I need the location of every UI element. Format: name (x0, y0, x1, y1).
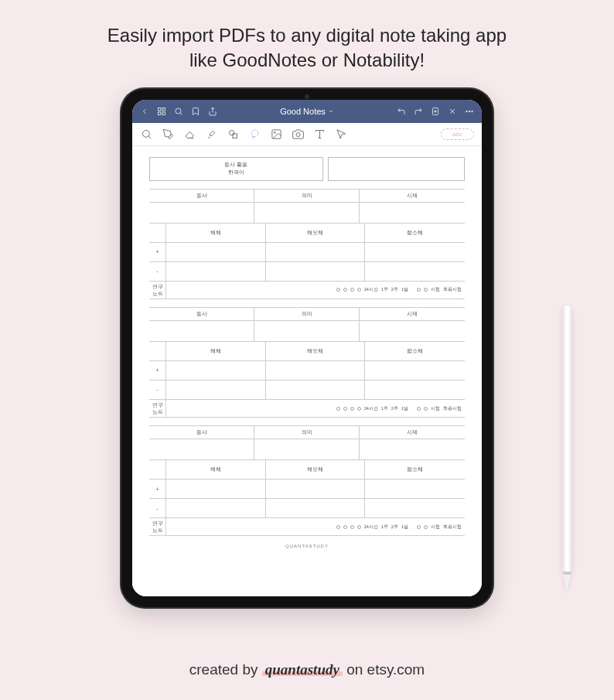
col-meaning-header: 의미 (254, 190, 360, 202)
svg-rect-0 (159, 108, 162, 111)
svg-line-5 (180, 113, 182, 114)
marketing-headline: Easily import PDFs to any digital note t… (0, 0, 614, 89)
chevron-down-icon (328, 108, 334, 114)
svg-point-13 (469, 111, 470, 112)
row-minus: - (149, 262, 166, 281)
verb-section-2: 동사 의미 시제 해체 해요체 합쇼체 + - 연구노트 (149, 307, 465, 418)
svg-rect-1 (162, 108, 165, 111)
col-verb-header: 동사 (149, 190, 254, 202)
headline-line2: like GoodNotes or Notability! (189, 50, 425, 70)
svg-point-21 (274, 131, 275, 133)
row-plus: + (149, 243, 166, 261)
svg-point-15 (142, 130, 149, 137)
svg-point-19 (251, 130, 258, 137)
redo-icon[interactable] (414, 107, 423, 116)
grid-icon[interactable] (157, 107, 166, 116)
share-icon[interactable] (208, 107, 217, 116)
form-header-2: 해요체 (266, 224, 366, 242)
worksheet-title-line1: 동사 활용 (224, 162, 247, 167)
pointer-tool-icon[interactable] (335, 128, 347, 140)
back-icon[interactable] (140, 107, 149, 116)
study-note-label: 연구노트 (149, 282, 166, 299)
svg-point-12 (466, 111, 468, 112)
svg-rect-2 (159, 112, 162, 115)
headline-line1: Easily import PDFs to any digital note t… (107, 25, 507, 46)
verb-section-1: 동사 의미 시제 해체 해요체 합쇼체 + - 연구노트 (149, 189, 465, 299)
worksheet-title: 동사 활용 한국어 (149, 157, 323, 181)
col-tense-header: 시제 (360, 190, 465, 202)
form-header-3: 합쇼체 (365, 224, 465, 242)
bookmark-icon[interactable] (191, 107, 200, 116)
add-page-icon[interactable] (431, 107, 440, 116)
eraser-tool-icon[interactable] (183, 128, 196, 140)
worksheet-title-line2: 한국어 (228, 169, 244, 175)
form-header-1: 해체 (166, 224, 266, 242)
image-tool-icon[interactable] (270, 128, 282, 140)
review-intervals: 24시간 1주 2주 1달 시험 최종시험 (166, 282, 465, 299)
credit-brand: quantastudy (262, 661, 343, 678)
credit-prefix: created by (189, 661, 262, 678)
worksheet-footer: QUANTASTUDY (149, 544, 465, 548)
zoom-tool-icon[interactable] (140, 128, 152, 140)
tool-toolbar: abc (132, 123, 482, 146)
credit-suffix: on etsy.com (346, 661, 425, 678)
lasso-tool-icon[interactable] (248, 128, 261, 140)
svg-point-22 (296, 132, 300, 136)
pen-tool-icon[interactable] (162, 128, 174, 140)
credit-line: created by quantastudy on etsy.com (0, 661, 614, 678)
app-screen: Good Notes (132, 100, 482, 596)
more-icon[interactable] (465, 107, 474, 116)
search-icon[interactable] (174, 107, 183, 116)
close-icon[interactable] (448, 107, 457, 116)
document-page[interactable]: 동사 활용 한국어 동사 의미 시제 해체 (132, 146, 482, 596)
svg-point-4 (176, 108, 181, 114)
highlighter-tool-icon[interactable] (205, 128, 217, 140)
undo-icon[interactable] (397, 107, 406, 116)
text-tool-icon[interactable] (313, 128, 326, 140)
camera-tool-icon[interactable] (292, 128, 304, 140)
worksheet-date-box (328, 157, 465, 181)
ipad-device: Good Notes (121, 89, 493, 607)
verb-section-3: 동사 의미 시제 해체 해요체 합쇼체 + - 연구노트 (149, 425, 465, 536)
app-titlebar: Good Notes (132, 100, 482, 123)
shape-tool-icon[interactable] (227, 128, 239, 140)
svg-rect-3 (162, 112, 165, 115)
apple-pencil (562, 306, 571, 592)
document-title[interactable]: Good Notes (280, 107, 334, 116)
svg-line-16 (148, 136, 151, 138)
document-title-text: Good Notes (280, 107, 326, 116)
lasso-hint-pill[interactable]: abc (441, 128, 474, 140)
svg-point-17 (229, 130, 234, 135)
svg-point-14 (472, 111, 473, 112)
